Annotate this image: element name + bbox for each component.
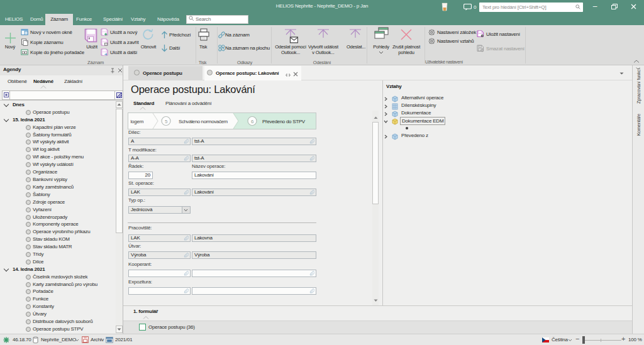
svg-text:Schváleno normovačem: Schváleno normovačem <box>179 119 228 124</box>
svg-text:Převedeno do STPV: Převedeno do STPV <box>262 119 306 124</box>
svg-text:logem: logem <box>131 119 144 124</box>
